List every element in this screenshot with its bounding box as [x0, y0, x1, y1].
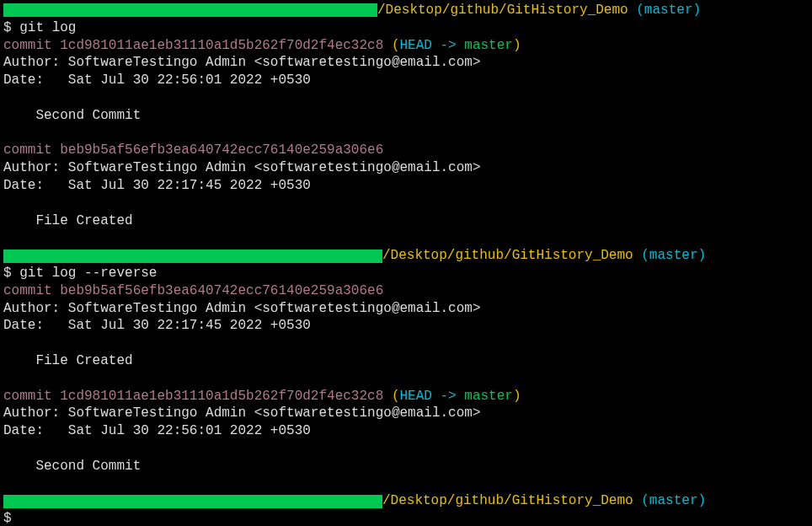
space	[628, 2, 637, 19]
commit-date: Date: Sat Jul 30 22:56:01 2022 +0530	[3, 72, 809, 89]
branch-label: (master)	[636, 2, 701, 19]
blank-line	[3, 440, 809, 458]
commit-hash: commit 1cd981011ae1eb31110a1d5b262f70d2f…	[3, 389, 383, 404]
space	[633, 492, 642, 510]
prompt-dollar: $	[3, 266, 12, 281]
path-segment: /Desktop/github/GitHistory_Demo	[382, 247, 633, 265]
prompt-line-1: /Desktop/github/GitHistory_Demo (master)	[3, 2, 809, 19]
prompt-line-3: /Desktop/github/GitHistory_Demo (master)	[3, 492, 809, 510]
commit-date: Date: Sat Jul 30 22:56:01 2022 +0530	[3, 422, 809, 440]
commit-message: Second Commit	[3, 107, 809, 125]
prompt-line-2: /Desktop/github/GitHistory_Demo (master)	[3, 247, 809, 265]
command-text: git log	[19, 20, 76, 35]
commit-date: Date: Sat Jul 30 22:17:45 2022 +0530	[3, 177, 809, 195]
blank-line	[3, 370, 809, 388]
commit-date: Date: Sat Jul 30 22:17:45 2022 +0530	[3, 317, 809, 335]
commit-author: Author: SoftwareTestingo Admin <software…	[3, 159, 809, 177]
redacted-user-host	[3, 495, 382, 508]
commit-author: Author: SoftwareTestingo Admin <software…	[3, 300, 809, 318]
prompt-dollar: $	[3, 511, 12, 526]
paren-open: (	[383, 38, 399, 53]
head-label: HEAD ->	[399, 38, 464, 53]
prompt-empty[interactable]: $	[3, 510, 809, 526]
command-line[interactable]: $ git log	[3, 19, 809, 37]
head-master: master	[464, 38, 513, 53]
commit-hash-line: commit 1cd981011ae1eb31110a1d5b262f70d2f…	[3, 388, 809, 405]
branch-label: (master)	[641, 247, 706, 265]
commit-message: File Created	[3, 352, 809, 370]
branch-label: (master)	[641, 492, 706, 510]
path-segment: /Desktop/github/GitHistory_Demo	[382, 492, 633, 510]
paren-close: )	[513, 38, 521, 53]
commit-message: File Created	[3, 212, 809, 230]
redacted-user-host	[3, 3, 377, 17]
command-text: git log --reverse	[19, 266, 157, 281]
blank-line	[3, 335, 809, 352]
space	[633, 247, 642, 265]
paren-close: )	[513, 389, 521, 404]
redacted-user-host	[3, 250, 382, 263]
head-master: master	[464, 389, 513, 404]
head-label: HEAD ->	[399, 389, 464, 404]
blank-line	[3, 89, 809, 107]
prompt-dollar: $	[3, 20, 12, 35]
commit-hash-line: commit beb9b5af56efb3ea640742ecc76140e25…	[3, 282, 809, 300]
commit-hash-line: commit 1cd981011ae1eb31110a1d5b262f70d2f…	[3, 37, 809, 55]
commit-author: Author: SoftwareTestingo Admin <software…	[3, 405, 809, 422]
blank-line	[3, 195, 809, 212]
blank-line	[3, 475, 809, 493]
commit-hash: commit 1cd981011ae1eb31110a1d5b262f70d2f…	[3, 38, 383, 53]
blank-line	[3, 125, 809, 142]
path-segment: /Desktop/github/GitHistory_Demo	[377, 2, 628, 19]
blank-line	[3, 229, 809, 247]
command-line[interactable]: $ git log --reverse	[3, 265, 809, 282]
commit-hash-line: commit beb9b5af56efb3ea640742ecc76140e25…	[3, 142, 809, 159]
commit-author: Author: SoftwareTestingo Admin <software…	[3, 54, 809, 72]
commit-message: Second Commit	[3, 458, 809, 475]
paren-open: (	[383, 389, 399, 404]
